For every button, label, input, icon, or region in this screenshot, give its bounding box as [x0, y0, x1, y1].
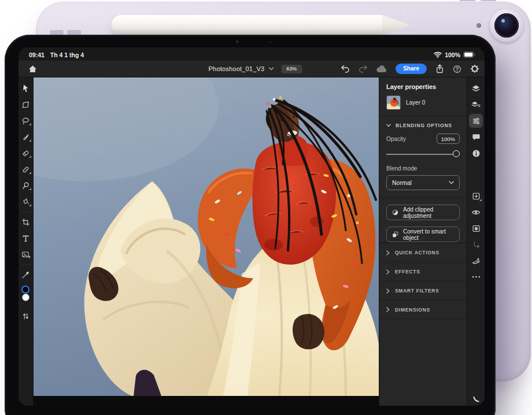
canvas-background [34, 396, 379, 406]
layer-properties-button[interactable] [468, 97, 483, 113]
brush-tool[interactable] [19, 129, 34, 145]
share-button[interactable]: Share [396, 64, 427, 74]
home-icon [28, 65, 37, 73]
place-photo-icon [21, 250, 31, 259]
cloud-sync-icon[interactable] [376, 65, 387, 73]
blend-mode-label: Blend mode [379, 165, 467, 175]
more-options-button[interactable] [468, 269, 483, 285]
home-button[interactable] [19, 61, 46, 77]
slider-knob[interactable] [453, 150, 460, 157]
visibility-button[interactable] [468, 204, 483, 220]
comments-button[interactable] [468, 129, 483, 145]
battery-percent: 100% [445, 51, 460, 58]
undo-icon[interactable] [341, 65, 350, 73]
section-label: EFFECTS [395, 269, 420, 275]
convert-smart-object-button[interactable]: Convert to smart object [386, 227, 460, 242]
clip-layer-button[interactable] [468, 236, 483, 253]
clip-layer-icon [472, 240, 481, 249]
rear-camera [490, 9, 523, 42]
help-icon[interactable] [453, 65, 461, 73]
battery-icon [463, 51, 475, 58]
layers-icon [471, 84, 481, 93]
lasso-tool[interactable] [19, 113, 34, 129]
edit-settings-button[interactable] [469, 114, 483, 128]
add-clipped-adjustment-label: Add clipped adjustment [403, 206, 454, 219]
apple-pencil [112, 15, 410, 35]
panel-resize-handle[interactable] [473, 395, 480, 402]
flatten-icon [471, 257, 481, 265]
type-tool[interactable] [19, 230, 34, 246]
opacity-value-box[interactable]: 100% [437, 134, 460, 144]
chevron-down-icon [449, 181, 454, 184]
tool-rail [19, 77, 34, 406]
convert-smart-object-label: Convert to smart object [403, 228, 454, 241]
fill-tool[interactable] [19, 194, 34, 210]
document-title-button[interactable]: Photoshoot_01_V3 63% [209, 61, 302, 77]
blend-mode-dropdown[interactable]: Normal [386, 175, 460, 190]
crop-icon [21, 218, 30, 227]
zoom-level-badge[interactable]: 63% [281, 65, 302, 73]
layer-properties-icon [471, 101, 481, 109]
document-title: Photoshoot_01_V3 [209, 65, 265, 72]
transform-icon [21, 101, 30, 109]
divider [379, 198, 467, 198]
place-photo-tool[interactable] [19, 246, 34, 262]
move-tool[interactable] [19, 80, 34, 97]
layer-thumbnail [386, 95, 401, 110]
eye-icon [471, 209, 481, 216]
add-clipped-adjustment-button[interactable]: Add clipped adjustment [386, 205, 460, 220]
add-layer-icon [472, 192, 481, 201]
blending-options-header[interactable]: BLENDING OPTIONS [379, 116, 467, 134]
settings-gear-icon[interactable] [470, 64, 479, 73]
chevron-right-icon [386, 250, 390, 255]
section-dimensions[interactable]: DIMENSIONS [379, 300, 467, 319]
blend-mode-value: Normal [392, 179, 412, 186]
blending-options-label: BLENDING OPTIONS [396, 123, 452, 128]
status-time: 09:41 [29, 51, 45, 58]
info-button[interactable] [468, 145, 483, 161]
info-icon [472, 149, 481, 158]
section-effects[interactable]: EFFECTS [379, 262, 467, 281]
chevron-right-icon [386, 269, 390, 275]
comment-icon [472, 133, 481, 141]
background-color-swatch[interactable] [22, 294, 29, 301]
eraser-tool[interactable] [19, 145, 34, 161]
section-quick-actions[interactable]: QUICK ACTIONS [379, 243, 467, 262]
layers-button[interactable] [468, 80, 483, 97]
opacity-slider[interactable] [386, 150, 458, 158]
layer-mask-icon [472, 224, 481, 233]
layer-mask-button[interactable] [468, 220, 483, 236]
foreground-color-swatch[interactable] [21, 286, 29, 294]
export-icon[interactable] [435, 64, 444, 73]
crop-tool[interactable] [19, 214, 34, 230]
front-camera [236, 40, 239, 43]
lasso-icon [21, 117, 30, 125]
rail-divider [21, 264, 31, 265]
add-layer-button[interactable] [468, 188, 483, 204]
redo-icon[interactable] [359, 65, 368, 73]
sliders-icon [472, 117, 481, 125]
swap-arrows-icon [22, 312, 29, 320]
layer-row[interactable]: Layer 0 [379, 95, 467, 116]
canvas-photo[interactable] [34, 77, 379, 396]
swap-colors-button[interactable] [19, 308, 34, 324]
clone-stamp-tool[interactable] [19, 177, 34, 194]
section-smart-filters[interactable]: SMART FILTERS [379, 281, 467, 300]
chevron-right-icon [386, 288, 390, 294]
front-mic [269, 42, 271, 43]
more-dots-icon [472, 276, 481, 278]
canvas[interactable] [34, 77, 379, 406]
layer-properties-panel: Layer properties Layer 0 [379, 77, 467, 406]
color-swatches[interactable] [19, 283, 34, 308]
flatten-button[interactable] [468, 253, 483, 269]
healing-brush-tool[interactable] [19, 161, 34, 177]
eyedropper-tool[interactable] [19, 266, 34, 283]
transform-tool[interactable] [19, 97, 34, 113]
adjustment-icon [392, 209, 398, 216]
healing-brush-icon [21, 165, 30, 174]
section-label: QUICK ACTIONS [395, 250, 439, 255]
right-icon-strip [467, 77, 485, 406]
layer-name: Layer 0 [406, 99, 425, 106]
status-date: Th 4 1 thg 4 [50, 51, 84, 58]
front-ipad-device: 09:41 Th 4 1 thg 4 100% [5, 35, 496, 415]
